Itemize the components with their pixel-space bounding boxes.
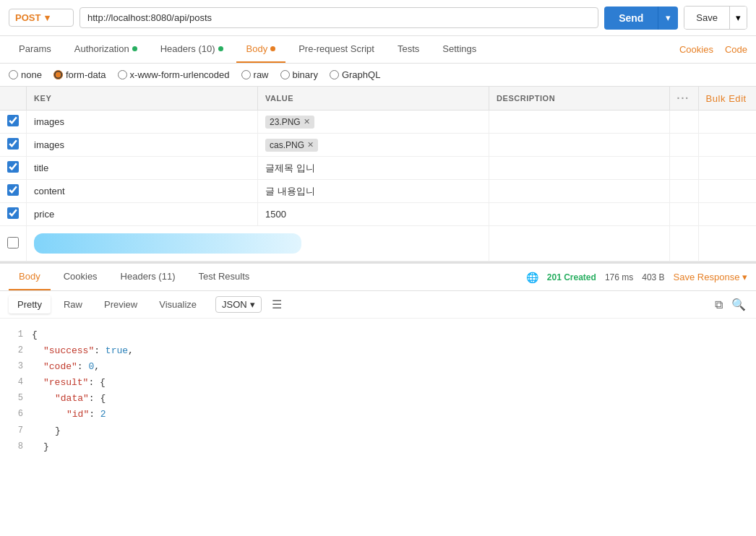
response-format-bar: Pretty Raw Preview Visualize JSON ▾ ☰ ⧉ …: [0, 291, 756, 319]
tab-prerequest[interactable]: Pre-request Script: [288, 36, 385, 63]
table-header-row: KEY VALUE DESCRIPTION ··· Bulk Edit: [0, 87, 756, 111]
save-dropdown-button[interactable]: ▾: [729, 7, 747, 29]
json-line: 3 "code": 0,: [12, 359, 744, 375]
row3-key-cell: [27, 157, 258, 180]
row3-value-cell: [258, 157, 489, 180]
json-line: 7 }: [12, 423, 744, 439]
right-links: Cookies Code: [679, 38, 747, 61]
row2-check-cell: [0, 134, 27, 157]
radio-urlencoded[interactable]: x-www-form-urlencoded: [118, 69, 230, 80]
url-input[interactable]: [80, 7, 598, 28]
json-line: 2 "success": true,: [12, 343, 744, 359]
fmt-tab-raw[interactable]: Raw: [55, 295, 91, 314]
row6-checkbox[interactable]: [7, 237, 19, 248]
search-icon-button[interactable]: 🔍: [730, 296, 747, 313]
row4-checkbox[interactable]: [7, 184, 19, 196]
form-data-table-section: KEY VALUE DESCRIPTION ··· Bulk Edit: [0, 87, 756, 261]
globe-icon: 🌐: [526, 272, 538, 283]
row2-actions-cell: [669, 134, 698, 157]
response-icons: ⧉ 🔍: [713, 296, 747, 313]
col-bulk-header: Bulk Edit: [698, 87, 756, 111]
table-row: [0, 157, 756, 180]
row6-key-cell: [27, 226, 489, 261]
radio-raw[interactable]: raw: [241, 69, 269, 80]
row1-file-chip: 23.PNG ✕: [265, 116, 314, 129]
response-status: 201 Created: [547, 272, 596, 282]
row5-key-cell: [27, 203, 258, 226]
copy-icon-button[interactable]: ⧉: [713, 296, 724, 313]
resp-tab-testresults[interactable]: Test Results: [188, 264, 259, 290]
row3-value-input[interactable]: [265, 163, 481, 173]
send-dropdown-button[interactable]: ▾: [658, 7, 678, 30]
tab-settings-label: Settings: [442, 43, 476, 54]
tab-tests-label: Tests: [398, 43, 419, 54]
row5-check-cell: [0, 203, 27, 226]
row2-desc-cell: [489, 134, 670, 157]
tab-authorization[interactable]: Authorization: [64, 36, 147, 63]
row3-bulk-cell: [698, 157, 756, 180]
row1-key-input[interactable]: [34, 116, 250, 127]
tab-settings[interactable]: Settings: [432, 36, 486, 63]
row1-file-remove-icon[interactable]: ✕: [304, 117, 310, 126]
row5-value-cell: [258, 203, 489, 226]
radio-form-data[interactable]: form-data: [53, 69, 106, 80]
row6-check-cell: [0, 226, 27, 261]
method-select[interactable]: POST ▾: [9, 9, 74, 27]
tab-headers-label: Headers (10): [160, 43, 215, 54]
row5-actions-cell: [669, 203, 698, 226]
radio-none[interactable]: none: [9, 69, 42, 80]
response-area: Body Cookies Headers (11) Test Results 🌐…: [0, 261, 756, 464]
response-meta: 🌐 201 Created 176 ms 403 B Save Response…: [526, 272, 747, 283]
row5-key-input[interactable]: [34, 209, 250, 220]
top-bar: POST ▾ Send ▾ Save ▾: [0, 0, 756, 36]
tab-tests[interactable]: Tests: [387, 36, 429, 63]
save-response-button[interactable]: Save Response ▾: [674, 272, 747, 282]
json-line: 4 "result": {: [12, 375, 744, 391]
row2-key-input[interactable]: [34, 139, 250, 150]
json-viewer: 1 { 2 "success": true, 3 "code": 0, 4 "r…: [0, 319, 756, 464]
tab-headers[interactable]: Headers (10): [150, 36, 233, 63]
row4-value-input[interactable]: [265, 186, 481, 196]
row4-key-input[interactable]: [34, 186, 250, 196]
json-format-chevron-icon: ▾: [250, 299, 255, 310]
row1-check-cell: [0, 111, 27, 134]
row2-checkbox[interactable]: [7, 138, 19, 150]
radio-binary[interactable]: binary: [280, 69, 318, 80]
method-label: POST: [15, 12, 40, 23]
row6-desc-cell: [489, 226, 670, 261]
tab-body[interactable]: Body: [236, 36, 286, 63]
table-options-icon[interactable]: ···: [677, 92, 690, 104]
resp-tab-headers[interactable]: Headers (11): [111, 264, 186, 290]
resp-tab-body[interactable]: Body: [9, 264, 51, 290]
search-icon: 🔍: [731, 298, 746, 311]
row3-key-input[interactable]: [34, 163, 250, 173]
row5-checkbox[interactable]: [7, 207, 19, 219]
json-format-select[interactable]: JSON ▾: [215, 296, 262, 313]
fmt-tab-visualize[interactable]: Visualize: [150, 295, 205, 314]
code-link[interactable]: Code: [725, 44, 747, 55]
row1-desc-cell: [489, 111, 670, 134]
fmt-tab-pretty[interactable]: Pretty: [9, 295, 51, 314]
row2-file-chip: cas.PNG ✕: [265, 139, 318, 152]
wrap-icon-button[interactable]: ☰: [270, 296, 283, 313]
highlight-bar: [34, 233, 301, 254]
resp-tab-cookies[interactable]: Cookies: [53, 264, 108, 290]
row5-desc-cell: [489, 203, 670, 226]
row5-value-input[interactable]: [265, 209, 481, 220]
row2-file-remove-icon[interactable]: ✕: [307, 140, 314, 150]
bulk-edit-button[interactable]: Bulk Edit: [706, 93, 747, 104]
row1-bulk-cell: [698, 111, 756, 134]
col-key-header: KEY: [27, 87, 258, 111]
fmt-tab-preview[interactable]: Preview: [95, 295, 146, 314]
send-button[interactable]: Send: [604, 7, 658, 30]
response-tabs-row: Body Cookies Headers (11) Test Results 🌐…: [0, 264, 756, 291]
save-button[interactable]: Save: [684, 7, 729, 29]
tab-authorization-label: Authorization: [74, 43, 129, 54]
row1-checkbox[interactable]: [7, 115, 19, 126]
row3-checkbox[interactable]: [7, 161, 19, 173]
radio-graphql[interactable]: GraphQL: [330, 69, 380, 80]
row4-bulk-cell: [698, 180, 756, 203]
tab-params[interactable]: Params: [9, 36, 61, 63]
authorization-dot: [132, 46, 137, 51]
cookies-link[interactable]: Cookies: [679, 44, 713, 55]
